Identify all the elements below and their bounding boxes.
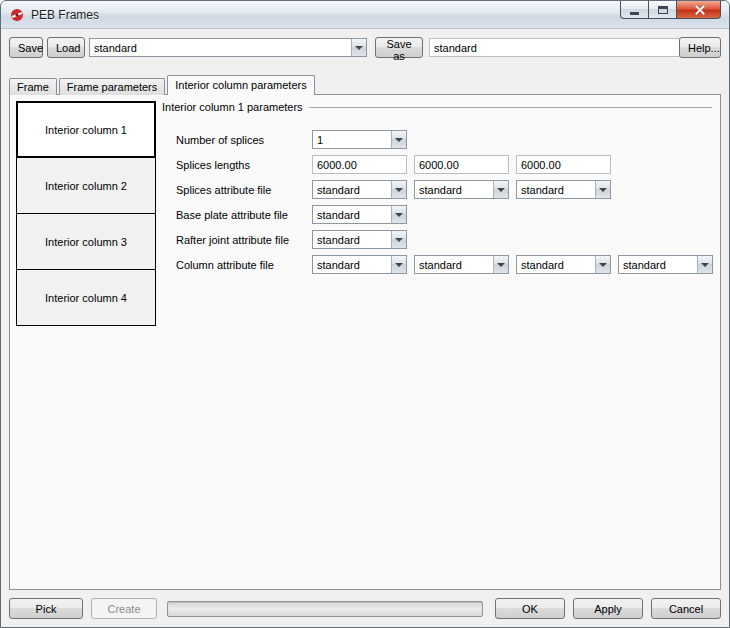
create-button[interactable]: Create xyxy=(91,598,157,619)
row-base-plate-attribute-file: Base plate attribute file standard xyxy=(162,205,716,224)
splice-length-input-1[interactable] xyxy=(312,155,407,174)
chevron-down-icon[interactable] xyxy=(391,206,406,223)
peb-frames-window: PEB Frames Save Load standard Save as He… xyxy=(0,0,730,628)
maximize-button[interactable] xyxy=(648,1,677,19)
pick-button[interactable]: Pick xyxy=(9,598,83,619)
apply-button[interactable]: Apply xyxy=(573,598,643,619)
interior-column-1-parameters-form: Interior column 1 parameters Number of s… xyxy=(162,100,716,585)
ok-button[interactable]: OK xyxy=(495,598,565,619)
list-item-interior-column-2[interactable]: Interior column 2 xyxy=(16,157,156,214)
splices-attribute-combobox-1[interactable]: standard xyxy=(312,180,407,199)
app-icon xyxy=(9,7,25,23)
combobox-value: standard xyxy=(415,181,493,198)
cancel-button[interactable]: Cancel xyxy=(651,598,721,619)
row-column-attribute-file: Column attribute file standard standard … xyxy=(162,255,716,274)
field-label: Splices lengths xyxy=(176,159,250,171)
tab-frame[interactable]: Frame xyxy=(9,78,57,95)
row-number-of-splices: Number of splices 1 xyxy=(162,130,716,149)
chevron-down-icon[interactable] xyxy=(391,131,406,148)
chevron-down-icon[interactable] xyxy=(391,256,406,273)
combobox-value: standard xyxy=(313,256,391,273)
chevron-down-icon[interactable] xyxy=(595,256,610,273)
group-divider xyxy=(309,107,712,108)
splice-length-input-3[interactable] xyxy=(516,155,611,174)
list-item-label: Interior column 4 xyxy=(45,292,127,304)
splices-attribute-combobox-3[interactable]: standard xyxy=(516,180,611,199)
field-label: Splices attribute file xyxy=(176,184,271,196)
combobox-value: standard xyxy=(619,256,697,273)
save-as-input[interactable] xyxy=(429,38,691,57)
field-label: Base plate attribute file xyxy=(176,209,288,221)
load-button[interactable]: Load xyxy=(47,37,85,58)
splice-length-input-2[interactable] xyxy=(414,155,509,174)
combobox-value: standard xyxy=(517,256,595,273)
number-of-splices-combobox[interactable]: 1 xyxy=(312,130,407,149)
combobox-value: standard xyxy=(517,181,595,198)
list-item-interior-column-3[interactable]: Interior column 3 xyxy=(16,213,156,270)
list-item-label: Interior column 1 xyxy=(45,124,127,136)
list-item-interior-column-1[interactable]: Interior column 1 xyxy=(16,101,156,158)
maximize-icon xyxy=(658,6,668,14)
interior-column-list: Interior column 1 Interior column 2 Inte… xyxy=(16,101,156,326)
base-plate-attribute-combobox[interactable]: standard xyxy=(312,205,407,224)
tab-interior-column-parameters[interactable]: Interior column parameters xyxy=(167,75,314,95)
footer-bar: Pick Create OK Apply Cancel xyxy=(9,598,721,620)
chevron-down-icon[interactable] xyxy=(493,181,508,198)
field-label: Column attribute file xyxy=(176,259,274,271)
tab-strip: Frame Frame parameters Interior column p… xyxy=(9,76,317,95)
toolbar: Save Load standard Save as Help... xyxy=(9,37,721,59)
combobox-value: standard xyxy=(313,181,391,198)
splices-attribute-combobox-2[interactable]: standard xyxy=(414,180,509,199)
save-button[interactable]: Save xyxy=(9,37,43,58)
combobox-value: standard xyxy=(313,231,391,248)
preset-combobox-value: standard xyxy=(90,39,351,56)
chevron-down-icon[interactable] xyxy=(595,181,610,198)
tab-frame-parameters[interactable]: Frame parameters xyxy=(59,78,165,95)
save-as-button[interactable]: Save as xyxy=(375,37,423,58)
field-label: Rafter joint attribute file xyxy=(176,234,289,246)
group-header: Interior column 1 parameters xyxy=(162,100,712,114)
field-label: Number of splices xyxy=(176,134,264,146)
preset-combobox[interactable]: standard xyxy=(89,38,367,57)
column-attribute-combobox-4[interactable]: standard xyxy=(618,255,713,274)
column-attribute-combobox-2[interactable]: standard xyxy=(414,255,509,274)
progress-bar xyxy=(167,601,483,617)
row-splices-attribute-file: Splices attribute file standard standard… xyxy=(162,180,716,199)
rafter-joint-attribute-combobox[interactable]: standard xyxy=(312,230,407,249)
row-rafter-joint-attribute-file: Rafter joint attribute file standard xyxy=(162,230,716,249)
close-button[interactable] xyxy=(676,1,721,19)
combobox-value: standard xyxy=(313,206,391,223)
window-controls xyxy=(620,1,721,19)
list-item-label: Interior column 3 xyxy=(45,236,127,248)
list-item-label: Interior column 2 xyxy=(45,180,127,192)
column-attribute-combobox-3[interactable]: standard xyxy=(516,255,611,274)
group-title: Interior column 1 parameters xyxy=(162,101,303,113)
row-splices-lengths: Splices lengths xyxy=(162,155,716,174)
chevron-down-icon[interactable] xyxy=(351,39,366,56)
titlebar[interactable]: PEB Frames xyxy=(1,1,729,29)
column-attribute-combobox-1[interactable]: standard xyxy=(312,255,407,274)
chevron-down-icon[interactable] xyxy=(391,231,406,248)
tab-page: Interior column 1 Interior column 2 Inte… xyxy=(9,94,721,590)
list-item-interior-column-4[interactable]: Interior column 4 xyxy=(16,269,156,326)
combobox-value: standard xyxy=(415,256,493,273)
minimize-button[interactable] xyxy=(620,1,649,19)
chevron-down-icon[interactable] xyxy=(493,256,508,273)
combobox-value: 1 xyxy=(313,131,391,148)
minimize-icon xyxy=(630,12,639,15)
help-button[interactable]: Help... xyxy=(679,37,721,58)
chevron-down-icon[interactable] xyxy=(391,181,406,198)
window-title: PEB Frames xyxy=(31,8,99,22)
chevron-down-icon[interactable] xyxy=(697,256,712,273)
